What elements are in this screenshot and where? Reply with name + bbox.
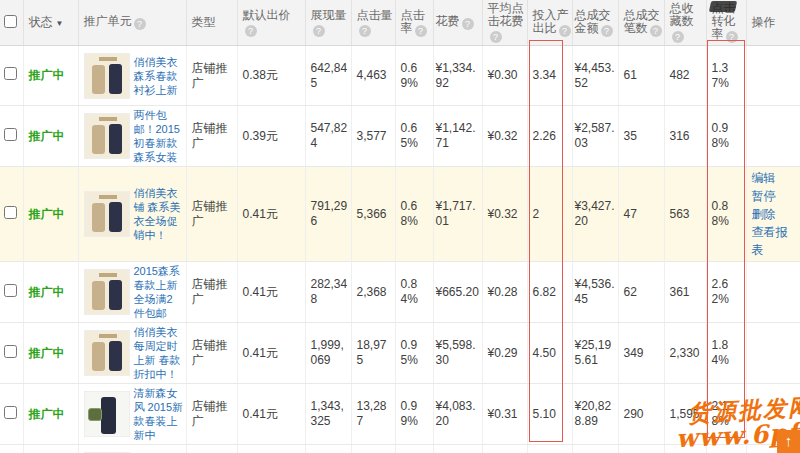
ctr-value: 0.68%	[395, 167, 433, 262]
total-amount-value: ¥3,427.20	[572, 167, 618, 262]
conversion-rate-value: 1.37%	[706, 46, 746, 106]
row-select-cell	[0, 384, 23, 445]
product-thumbnail	[84, 269, 130, 315]
clicks-value: 4,463	[351, 46, 395, 106]
impressions-value: 642,845	[305, 46, 351, 106]
unit-cell: 清新森女风 2015新款春装上新中	[78, 384, 186, 445]
status-badge: 推广中	[29, 407, 65, 421]
total-favorites-value: 1,595	[664, 384, 706, 445]
row-select-cell	[0, 106, 23, 167]
promotion-unit-link[interactable]: 俏俏美衣铺 森系美衣全场促销中！	[134, 186, 184, 242]
avg-click-cost-value: ¥0.28	[482, 445, 527, 453]
info-icon[interactable]: ?	[601, 25, 613, 37]
column-header-status[interactable]: 状态▼	[23, 0, 78, 46]
column-header-orders: 总成交笔数?	[618, 0, 664, 46]
info-icon[interactable]: ?	[359, 25, 371, 37]
column-header-favs: 总收藏数?	[664, 0, 706, 46]
status-cell: 推广中	[23, 323, 78, 384]
operations-cell	[746, 106, 800, 167]
sort-caret-icon[interactable]: ▼	[56, 19, 64, 28]
impressions-value: 282,348	[305, 262, 351, 323]
roi-value: 5.10	[527, 384, 572, 445]
action-pause-link[interactable]: 暂停	[752, 187, 798, 205]
info-icon[interactable]: ?	[650, 25, 662, 37]
action-view-report-link[interactable]: 查看报表	[752, 223, 798, 259]
row-checkbox[interactable]	[4, 284, 17, 297]
promotion-unit-link[interactable]: 清新森女风 2015新款春装上新中	[134, 386, 184, 442]
conversion-rate-value: 0.98%	[706, 106, 746, 167]
action-edit-link[interactable]: 编辑	[752, 169, 798, 187]
status-cell: 推广中	[23, 445, 78, 453]
status-cell: 推广中	[23, 384, 78, 445]
row-checkbox[interactable]	[4, 406, 17, 419]
ctr-value: 0.84%	[395, 262, 433, 323]
column-header-cost: 花费?	[433, 0, 482, 46]
row-checkbox[interactable]	[4, 128, 17, 141]
column-label: 操作	[752, 15, 776, 29]
column-label: 展现量	[311, 8, 347, 22]
operations-cell	[746, 262, 800, 323]
select-all-header	[0, 0, 23, 46]
unit-cell: 2015森系春款上新 全场满2件包邮	[78, 262, 186, 323]
info-icon[interactable]: ?	[415, 25, 427, 37]
info-icon[interactable]: ?	[245, 25, 257, 37]
roi-value: 4.50	[527, 323, 572, 384]
avg-click-cost-value: ¥0.30	[482, 46, 527, 106]
total-amount-value: ¥4,453.52	[572, 46, 618, 106]
select-all-checkbox[interactable]	[4, 15, 17, 28]
status-badge: 推广中	[29, 68, 65, 82]
total-orders-value: 36	[618, 445, 664, 453]
info-icon[interactable]: ?	[134, 18, 146, 30]
default-bid-value: 0.39元	[237, 106, 305, 167]
product-thumbnail	[84, 330, 130, 376]
ctr-value: 0.55%	[395, 445, 433, 453]
impressions-value: 1,999,069	[305, 323, 351, 384]
impressions-value: 791,296	[305, 167, 351, 262]
info-icon[interactable]: ?	[559, 25, 571, 37]
avg-click-cost-value: ¥0.31	[482, 384, 527, 445]
column-header-clicks: 点击量?	[351, 0, 395, 46]
cost-value: ¥665.20	[433, 262, 482, 323]
status-badge: 推广中	[29, 129, 65, 143]
default-bid-value: 0.41元	[237, 167, 305, 262]
total-amount-value: ¥25,195.61	[572, 323, 618, 384]
impressions-value: 1,343,325	[305, 384, 351, 445]
row-checkbox[interactable]	[4, 67, 17, 80]
table-row: 推广中 清新森女风 2015新款春装上新中 店铺推广 0.41元 1,343,3…	[0, 384, 800, 445]
ctr-value: 0.95%	[395, 323, 433, 384]
row-checkbox[interactable]	[4, 345, 17, 358]
status-badge: 推广中	[29, 285, 65, 299]
table-header-row: 状态▼推广单元?类型默认出价?展现量?点击量?点击率?花费?平均点击花费?投入产…	[0, 0, 800, 46]
column-header-type: 类型	[186, 0, 237, 46]
cost-value: ¥4,083.20	[433, 384, 482, 445]
column-label: 默认出价	[243, 8, 291, 22]
avg-click-cost-value: ¥0.29	[482, 323, 527, 384]
status-badge: 推广中	[29, 346, 65, 360]
total-orders-value: 290	[618, 384, 664, 445]
info-icon[interactable]: ?	[726, 31, 738, 43]
column-header-roi: 投入产出比?	[527, 0, 572, 46]
row-checkbox[interactable]	[4, 206, 17, 219]
promotion-unit-link[interactable]: 2015森系春款上新 全场满2件包邮	[134, 264, 184, 320]
product-thumbnail	[84, 191, 130, 237]
info-icon[interactable]: ?	[672, 31, 684, 43]
product-thumbnail	[84, 53, 130, 99]
back-to-top-button[interactable]: ↑	[777, 430, 800, 453]
promotion-unit-link[interactable]: 俏俏美衣 森系春款衬衫上新	[134, 55, 184, 97]
promotion-units-table: 状态▼推广单元?类型默认出价?展现量?点击量?点击率?花费?平均点击花费?投入产…	[0, 0, 800, 453]
info-icon[interactable]: ?	[462, 18, 474, 30]
clicks-value: 5,366	[351, 167, 395, 262]
info-icon[interactable]: ?	[490, 31, 502, 43]
table-row: 推广中 两件包邮！2015初春新款 森系女装 店铺推广 0.39元 547,82…	[0, 106, 800, 167]
unit-cell: 两件包邮！2015初春新款 森系女装	[78, 106, 186, 167]
action-delete-link[interactable]: 删除	[752, 205, 798, 223]
promotion-unit-link[interactable]: 两件包邮！2015初春新款 森系女装	[134, 108, 184, 164]
row-select-cell	[0, 445, 23, 453]
clicks-value: 13,287	[351, 384, 395, 445]
promotion-unit-link[interactable]: 俏俏美衣 每周定时上新 春款折扣中！	[134, 325, 184, 381]
column-header-amount: 总成交金额?	[572, 0, 618, 46]
info-icon[interactable]: ?	[313, 25, 325, 37]
status-cell: 推广中	[23, 262, 78, 323]
column-header-unit: 推广单元?	[78, 0, 186, 46]
unit-cell: 俏俏美衣铺 森系美衣全场促销中！	[78, 167, 186, 262]
